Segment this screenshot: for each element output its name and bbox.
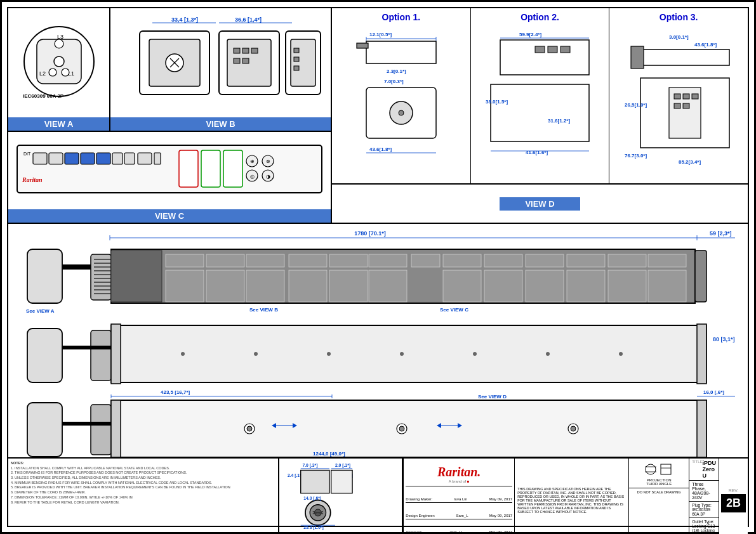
svg-rect-206 [661, 464, 671, 474]
page: L1 L2 L3 IEC60309 60A 3P [0, 0, 756, 534]
rev-label: REV. [729, 488, 739, 493]
svg-text:◑: ◑ [266, 174, 270, 179]
svg-text:14.0 [.6*]: 14.0 [.6*] [303, 496, 321, 501]
view-d-label: VIEW D [500, 197, 580, 211]
svg-rect-150 [697, 324, 706, 384]
svg-text:7.0[0.3*]: 7.0[0.3*] [384, 79, 404, 84]
svg-rect-39 [124, 153, 135, 164]
svg-text:⊕: ⊕ [250, 159, 255, 164]
svg-rect-133 [329, 270, 368, 302]
svg-rect-79 [631, 46, 644, 68]
svg-point-169 [571, 426, 576, 431]
svg-rect-127 [608, 254, 646, 267]
svg-rect-119 [289, 254, 327, 267]
svg-text:31.6[1.2*]: 31.6[1.2*] [548, 118, 570, 124]
option-3-panel: Option 3. 3.0[0.1*] 43.6[1.8*] [609, 8, 748, 183]
svg-point-165 [247, 426, 252, 431]
svg-rect-27 [291, 39, 315, 86]
svg-rect-23 [251, 48, 258, 53]
svg-point-154 [400, 352, 404, 356]
svg-rect-138 [567, 270, 605, 302]
svg-rect-125 [526, 254, 564, 267]
svg-rect-128 [648, 254, 686, 267]
outlet-type-row: Outlet Type: Locking C13 (18) Locking C1… [689, 518, 719, 534]
title-label-header: TITLE [692, 460, 702, 479]
svg-text:1780 [70.1*]: 1780 [70.1*] [354, 230, 386, 237]
svg-point-167 [399, 426, 404, 431]
option-3-title: Option 3. [660, 12, 698, 22]
svg-rect-149 [111, 324, 121, 384]
svg-rect-24 [234, 58, 240, 63]
svg-rect-158 [27, 403, 62, 457]
svg-point-64 [399, 110, 404, 115]
svg-rect-41 [154, 153, 161, 164]
svg-text:85.2[3.4*]: 85.2[3.4*] [679, 159, 701, 165]
outer-border: L1 L2 L3 IEC60309 60A 3P [7, 7, 749, 527]
svg-rect-53 [223, 150, 242, 187]
top-section: L1 L2 L3 IEC60309 60A 3P [8, 8, 748, 224]
option-1-panel: Option 1. 12.1[0.5*] 2.3 [332, 8, 471, 183]
view-d-row: VIEW D [332, 185, 748, 223]
raritan-logo-area: Raritan. A brand of ■ [406, 465, 512, 486]
view-ab: L1 L2 L3 IEC60309 60A 3P [8, 8, 331, 132]
svg-rect-126 [567, 254, 605, 267]
projection-symbol: PROJECTIONTHIRD ANGLE [629, 459, 689, 488]
svg-point-7 [49, 68, 56, 76]
svg-rect-86 [692, 94, 698, 99]
svg-rect-115 [111, 251, 162, 302]
svg-point-203 [646, 464, 656, 474]
svg-rect-134 [369, 270, 407, 302]
svg-text:41.6[1.6*]: 41.6[1.6*] [526, 150, 548, 155]
options-row: Option 1. 12.1[0.5*] 2.3 [332, 8, 748, 185]
svg-text:16,0 [,6*]: 16,0 [,6*] [703, 389, 724, 395]
svg-text:See VIEW A: See VIEW A [26, 308, 55, 314]
svg-rect-161 [111, 400, 706, 457]
svg-text:◎: ◎ [250, 174, 255, 179]
title-detail-section: TITLE iPDU Zero U Three Phase, 48A/208-2… [689, 459, 719, 534]
design-engineer-row: Design Engineer: Sam_L May 09, 2017 [406, 512, 512, 519]
svg-text:See VIEW D: See VIEW D [478, 394, 507, 400]
drawing-maker-row: Drawing Maker: Eva Lin May 09, 2017 [406, 496, 512, 503]
svg-rect-37 [96, 153, 110, 164]
svg-rect-21 [234, 48, 240, 53]
svg-rect-122 [411, 254, 440, 267]
svg-text:IEC60309 60A 3P: IEC60309 60A 3P [23, 93, 64, 99]
svg-rect-40 [138, 153, 152, 164]
svg-rect-131 [246, 270, 284, 302]
design-engineer-date: May 09, 2017 [489, 514, 512, 518]
svg-rect-162 [111, 400, 121, 457]
svg-rect-70 [560, 46, 570, 53]
svg-point-153 [327, 352, 331, 356]
svg-text:43.6[1.8*]: 43.6[1.8*] [694, 42, 717, 48]
svg-text:43.6[1.8*]: 43.6[1.8*] [369, 147, 392, 152]
title-row: TITLE iPDU Zero U [689, 459, 719, 481]
svg-rect-73 [491, 84, 589, 141]
drawing-maker-role: Drawing Maker: [406, 497, 432, 501]
svg-text:36,6 [1,4*]: 36,6 [1,4*] [235, 16, 262, 23]
svg-rect-159 [91, 405, 111, 455]
subtitle-row: Three Phase, 48A/208-240V [689, 481, 719, 502]
notes-area: NOTES: 1. INSTALLATION SHALL COMPLY WITH… [8, 459, 279, 534]
drawing-maker-name: Eva Lin [454, 497, 467, 501]
projection-label: PROJECTIONTHIRD ANGLE [646, 478, 672, 486]
svg-rect-163 [697, 400, 706, 457]
approver-row: Approver: Tom_H May 09, 2017 [406, 529, 512, 534]
svg-rect-124 [484, 254, 522, 267]
svg-rect-25 [242, 58, 249, 63]
svg-point-155 [473, 352, 477, 356]
svg-rect-118 [246, 254, 284, 267]
svg-text:3.0[0.1*]: 3.0[0.1*] [669, 34, 689, 40]
left-panel: L1 L2 L3 IEC60309 60A 3P [8, 8, 332, 223]
svg-rect-129 [166, 270, 204, 302]
design-engineer-role: Design Engineer: [406, 514, 435, 518]
svg-rect-68 [535, 46, 545, 53]
option-1-title: Option 1. [382, 12, 421, 22]
view-b-label: VIEW B [110, 117, 331, 131]
approver-role: Approver: [406, 530, 422, 534]
svg-point-2 [54, 56, 64, 67]
svg-point-5 [62, 68, 69, 76]
svg-text:L3: L3 [57, 34, 63, 40]
svg-text:L2: L2 [39, 70, 46, 77]
svg-text:See VIEW B: See VIEW B [249, 307, 278, 313]
svg-rect-193 [300, 470, 329, 493]
